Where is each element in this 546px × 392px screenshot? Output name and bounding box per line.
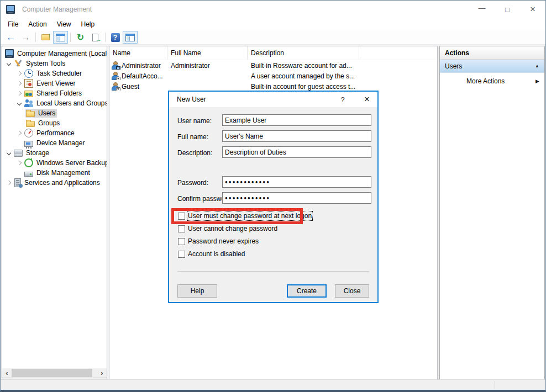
storage-icon (14, 149, 23, 157)
chevron-down-icon[interactable] (4, 59, 13, 68)
minimize-button[interactable]: — (469, 1, 495, 18)
forward-button[interactable]: → (18, 31, 33, 44)
tree-item-groups[interactable]: Groups (2, 118, 107, 128)
dialog-title: New User (177, 96, 206, 103)
tree-item-system-tools[interactable]: System Tools (2, 59, 107, 68)
tree-horizontal-scrollbar[interactable]: ‹ › (2, 368, 107, 378)
selected-tree-item[interactable]: Users (25, 109, 57, 118)
confirm-password-input[interactable] (222, 192, 371, 204)
tree-item-event-viewer[interactable]: Event Viewer (2, 78, 107, 88)
console-tree-panel: Computer Management (Local System Tools … (2, 46, 107, 378)
description-label: Description: (177, 149, 212, 157)
column-header-name[interactable]: Name (109, 46, 167, 60)
chevron-right-icon[interactable] (15, 89, 24, 98)
tree-item-local-users-and-groups[interactable]: Local Users and Groups (2, 98, 107, 108)
tree-item-task-scheduler[interactable]: Task Scheduler (2, 68, 107, 78)
help-dialog-button[interactable]: Help (177, 284, 217, 298)
collapse-icon[interactable]: ▲ (535, 63, 539, 68)
dialog-separator (177, 271, 369, 272)
menu-bar: File Action View Help (1, 18, 545, 30)
chevron-down-icon[interactable] (15, 99, 24, 108)
scroll-left-icon[interactable]: ‹ (2, 368, 12, 378)
tree-item-shared-folders[interactable]: Shared Folders (2, 88, 107, 98)
close-button[interactable]: × (520, 1, 545, 18)
tree-item-label: Shared Folders (36, 89, 82, 97)
scrollbar-thumb[interactable] (12, 369, 92, 377)
device-manager-icon (24, 141, 33, 147)
folder-icon (26, 111, 35, 117)
back-button[interactable]: ← (3, 31, 18, 44)
system-tools-icon (14, 59, 23, 68)
folder-icon (26, 121, 35, 127)
window-controls: — □ × (469, 1, 545, 18)
create-button[interactable]: Create (287, 284, 327, 298)
actions-group-label: Users (445, 62, 462, 70)
chevron-right-icon[interactable] (15, 69, 24, 78)
help-button[interactable]: ? (108, 31, 123, 44)
services-applications-icon (14, 178, 21, 187)
maximize-button[interactable]: □ (495, 1, 520, 18)
user-disabled-icon (111, 72, 120, 80)
chevron-right-icon[interactable] (15, 129, 24, 137)
checkbox-icon[interactable] (178, 225, 185, 232)
status-bar (1, 379, 545, 390)
actions-header-label: Actions (445, 49, 469, 57)
tree-item-users[interactable]: Users (2, 108, 107, 118)
help-icon: ? (111, 33, 120, 42)
show-console-tree-button[interactable] (53, 31, 68, 44)
tree-item-services-and-applications[interactable]: Services and Applications (2, 178, 107, 188)
tree-item-performance[interactable]: Performance (2, 128, 107, 138)
export-list-button[interactable]: → (88, 31, 103, 44)
dialog-title-bar: New User ? × (169, 92, 377, 107)
chevron-right-icon[interactable] (4, 178, 13, 187)
checkbox-icon[interactable] (178, 238, 185, 245)
export-list-icon: → (92, 34, 98, 41)
actions-group-users[interactable]: Users ▲ (440, 60, 544, 73)
menu-view[interactable]: View (52, 19, 76, 30)
checkbox-account-is-disabled[interactable]: Account is disabled (178, 250, 245, 258)
user-disabled-icon (111, 82, 120, 91)
checkbox-icon[interactable] (178, 251, 185, 258)
list-row-defaultaccount[interactable]: DefaultAcco... A user account managed by… (109, 71, 437, 81)
user-name: Guest (122, 83, 139, 91)
menu-help[interactable]: Help (76, 19, 100, 30)
performance-icon (24, 129, 33, 137)
chevron-right-icon[interactable] (15, 79, 24, 88)
checkbox-password-never-expires[interactable]: Password never expires (178, 237, 259, 246)
list-row-administrator[interactable]: Administrator Administrator Built-in Ros… (109, 60, 437, 71)
column-header-description[interactable]: Description (248, 46, 359, 60)
user-description: A user account managed by the s... (248, 72, 359, 80)
username-input[interactable] (222, 114, 371, 126)
tree-item-label: Computer Management (Local (17, 50, 107, 57)
dialog-close-button[interactable]: × (362, 94, 372, 105)
tree-item-disk-management[interactable]: Disk Management (2, 168, 107, 178)
column-header-full-name[interactable]: Full Name (167, 46, 248, 60)
chevron-right-icon[interactable] (15, 158, 24, 167)
password-input[interactable] (222, 176, 371, 188)
fullname-input[interactable] (222, 130, 371, 142)
tree-item-label: System Tools (26, 60, 65, 67)
up-one-level-button[interactable]: ↑ (38, 31, 53, 44)
chevron-down-icon[interactable] (4, 149, 13, 157)
show-action-pane-button[interactable]: ▸ (123, 31, 138, 44)
tree-item-label: Event Viewer (36, 80, 75, 87)
scroll-right-icon[interactable]: › (97, 368, 107, 378)
scrollbar-track[interactable] (12, 368, 97, 378)
action-pane-icon: ▸ (125, 34, 135, 41)
dialog-help-button[interactable]: ? (338, 96, 348, 104)
chevron-placeholder (15, 168, 24, 177)
description-input[interactable] (222, 146, 371, 158)
refresh-button[interactable]: ↻ (73, 31, 88, 44)
menu-action[interactable]: Action (23, 19, 51, 30)
tree-item-device-manager[interactable]: Device Manager (2, 138, 107, 148)
close-dialog-button[interactable]: Close (335, 284, 369, 298)
tree-item-windows-server-backup[interactable]: Windows Server Backup (2, 158, 107, 168)
maximize-icon: □ (505, 6, 510, 14)
tree-item-storage[interactable]: Storage (2, 148, 107, 158)
tree-item-computer-management[interactable]: Computer Management (Local (2, 49, 107, 59)
tree-item-label: Disk Management (36, 169, 90, 177)
menu-file[interactable]: File (3, 19, 23, 30)
checkbox-user-cannot-change-password[interactable]: User cannot change password (178, 224, 277, 233)
disk-management-icon (24, 172, 33, 177)
actions-more-actions[interactable]: More Actions ▶ (440, 75, 544, 87)
